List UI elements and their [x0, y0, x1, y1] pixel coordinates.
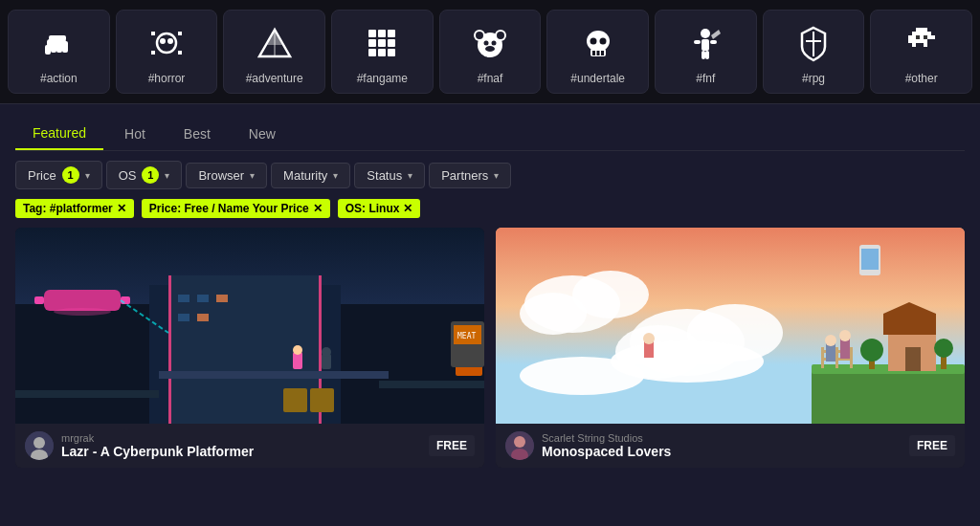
svg-point-89	[293, 345, 302, 355]
svg-point-30	[484, 41, 489, 46]
svg-point-28	[476, 32, 483, 39]
svg-point-40	[701, 29, 710, 38]
lazr-price: FREE	[429, 435, 475, 456]
os-label: OS	[119, 168, 137, 183]
lazr-developer: mrgrak	[61, 432, 421, 444]
tab-hot[interactable]: Hot	[107, 118, 163, 150]
fnaf-icon	[467, 20, 513, 66]
price-filter-close[interactable]: ✕	[313, 202, 323, 215]
monospaced-avatar	[505, 431, 534, 460]
svg-rect-44	[702, 51, 705, 59]
filter-maturity[interactable]: Maturity ▾	[271, 163, 350, 188]
fnaf-label: #fnaf	[478, 72, 503, 85]
svg-text:MEAT: MEAT	[457, 332, 476, 340]
os-chevron: ▾	[165, 170, 169, 181]
monospaced-developer: Scarlet String Studios	[542, 432, 902, 444]
svg-point-8	[167, 38, 173, 44]
game-card-lazr[interactable]: MEAT mrgrak Lazr - A Cyberpunk Platforme…	[15, 228, 484, 468]
svg-rect-56	[927, 32, 931, 35]
lazr-info: mrgrak Lazr - A Cyberpunk Platformer FRE…	[15, 424, 484, 468]
svg-rect-43	[710, 40, 717, 44]
svg-rect-76	[197, 314, 209, 321]
svg-rect-78	[15, 390, 159, 398]
lazr-title: Lazr - A Cyberpunk Platformer	[61, 444, 421, 459]
svg-rect-77	[159, 371, 389, 379]
tag-horror[interactable]: #horror	[116, 10, 218, 94]
svg-rect-39	[601, 51, 604, 55]
svg-rect-52	[912, 32, 916, 35]
svg-rect-80	[44, 290, 121, 311]
fantasy-bg	[496, 228, 965, 424]
svg-point-91	[322, 347, 331, 357]
tag-action[interactable]: #action	[8, 10, 110, 94]
svg-rect-92	[283, 388, 307, 412]
svg-marker-46	[711, 30, 721, 39]
svg-rect-61	[924, 35, 927, 39]
svg-rect-50	[920, 28, 924, 32]
svg-rect-60	[920, 35, 924, 39]
price-filter-chip[interactable]: Price: Free / Name Your Price ✕	[142, 199, 330, 218]
filter-tabs-section: Featured Hot Best New	[0, 104, 980, 151]
filter-browser[interactable]: Browser ▾	[186, 163, 267, 188]
svg-rect-62	[927, 35, 931, 39]
filter-os[interactable]: OS 1 ▾	[106, 161, 183, 189]
filter-status[interactable]: Status ▾	[354, 163, 425, 188]
svg-rect-20	[378, 39, 386, 47]
os-filter-chip[interactable]: OS: Linux ✕	[338, 199, 421, 218]
svg-rect-17	[378, 30, 386, 37]
tab-featured[interactable]: Featured	[15, 118, 103, 150]
os-filter-close[interactable]: ✕	[403, 202, 412, 215]
svg-rect-54	[920, 32, 924, 35]
price-filter-label: Price: Free / Name Your Price	[149, 202, 309, 215]
fnf-icon	[682, 20, 728, 66]
tag-undertale[interactable]: #undertale	[546, 10, 649, 94]
lazr-meta: mrgrak Lazr - A Cyberpunk Platformer	[61, 432, 421, 459]
svg-point-128	[825, 335, 836, 346]
svg-point-32	[485, 46, 495, 52]
svg-rect-66	[924, 43, 927, 47]
tag-adventure[interactable]: #adventure	[223, 10, 325, 94]
svg-rect-11	[151, 51, 155, 55]
svg-rect-21	[388, 39, 395, 47]
tag-fangame[interactable]: #fangame	[331, 10, 434, 94]
tag-other[interactable]: #other	[870, 10, 972, 94]
svg-point-35	[590, 38, 596, 45]
game-card-monospaced[interactable]: Scarlet String Studios Monospaced Lovers…	[496, 228, 965, 468]
monospaced-price: FREE	[909, 435, 955, 456]
svg-point-6	[157, 33, 176, 53]
active-filters: Tag: #platformer ✕ Price: Free / Name Yo…	[0, 199, 980, 228]
svg-rect-16	[368, 30, 376, 37]
tag-filter-close[interactable]: ✕	[117, 202, 126, 215]
filter-price[interactable]: Price 1 ▾	[15, 161, 102, 189]
svg-rect-45	[705, 51, 709, 59]
tag-fnaf[interactable]: #fnaf	[439, 10, 542, 94]
price-badge: 1	[62, 166, 79, 184]
svg-rect-124	[861, 249, 879, 270]
svg-point-130	[839, 330, 851, 341]
lazr-thumbnail: MEAT	[15, 228, 484, 424]
horror-icon	[144, 20, 189, 66]
filter-partners[interactable]: Partners ▾	[429, 163, 511, 188]
svg-rect-51	[924, 28, 927, 32]
svg-rect-81	[34, 296, 44, 304]
tab-new[interactable]: New	[232, 118, 293, 150]
action-label: #action	[40, 72, 78, 85]
svg-rect-5	[49, 35, 66, 41]
svg-rect-55	[924, 32, 927, 35]
tag-rpg[interactable]: #rpg	[763, 10, 865, 94]
svg-rect-10	[178, 32, 182, 35]
maturity-chevron: ▾	[333, 170, 338, 181]
tab-best[interactable]: Best	[167, 118, 228, 150]
svg-rect-58	[912, 35, 916, 39]
svg-point-122	[934, 339, 953, 358]
tag-filter-chip[interactable]: Tag: #platformer ✕	[15, 199, 134, 218]
svg-point-31	[492, 41, 497, 46]
fangame-label: #fangame	[357, 72, 408, 85]
os-filter-label: OS: Linux	[345, 202, 400, 215]
lazr-avatar	[25, 431, 54, 460]
svg-rect-37	[592, 51, 595, 55]
svg-rect-59	[916, 35, 920, 39]
tag-fnf[interactable]: #fnf	[655, 10, 757, 94]
dropdown-filters: Price 1 ▾ OS 1 ▾ Browser ▾ Maturity ▾ St…	[0, 151, 980, 199]
svg-point-132	[514, 436, 525, 448]
